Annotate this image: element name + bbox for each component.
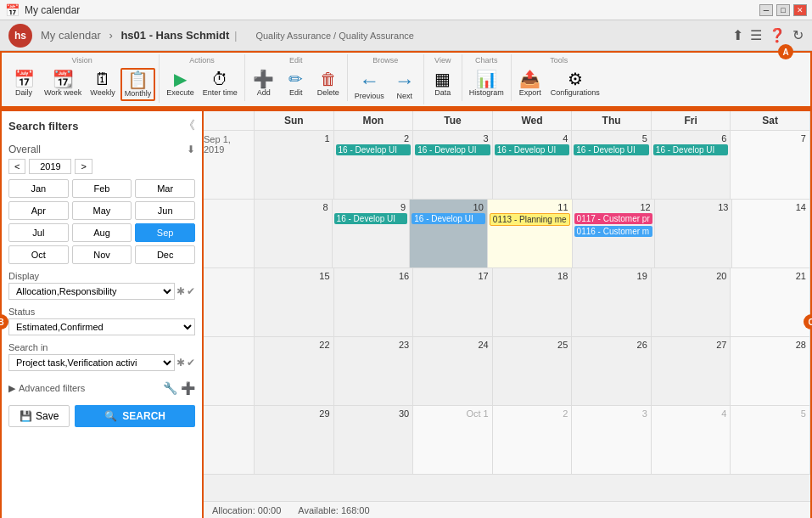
- cal-day-sep2[interactable]: 2 16 - Develop UI: [334, 131, 414, 199]
- cal-day-sep11[interactable]: 11 0113 - Planning me: [488, 200, 573, 267]
- month-oct[interactable]: Oct: [8, 245, 69, 264]
- add-button[interactable]: ➕ Add: [249, 68, 279, 99]
- event-sep11-1[interactable]: 0113 - Planning me: [490, 213, 570, 226]
- event-sep9-1[interactable]: 16 - Develop UI: [334, 213, 408, 224]
- cal-day-sep1[interactable]: 1: [255, 131, 334, 199]
- edit-icon: ✏: [288, 70, 303, 87]
- event-sep6-1[interactable]: 16 - Develop UI: [653, 144, 729, 155]
- execute-button[interactable]: ▶ Execute: [163, 68, 198, 99]
- cal-day-sep21[interactable]: 21: [731, 268, 810, 336]
- advanced-filters-row[interactable]: ▶ Advanced filters 🔧 ➕: [8, 378, 195, 398]
- month-mar[interactable]: Mar: [135, 179, 195, 198]
- cal-day-sep12[interactable]: 12 0117 - Customer pr 0116 - Customer m: [573, 200, 655, 267]
- cal-day-oct1[interactable]: Oct 1: [413, 406, 493, 474]
- event-sep3-1[interactable]: 16 - Develop UI: [415, 144, 490, 155]
- enter-time-button[interactable]: ⏱ Enter time: [199, 68, 241, 99]
- cal-day-sep13[interactable]: 13: [655, 200, 733, 267]
- filter-settings-icon[interactable]: 🔧: [163, 381, 177, 395]
- cal-day-sep30[interactable]: 30: [334, 406, 414, 474]
- event-sep4-1[interactable]: 16 - Develop UI: [495, 144, 570, 155]
- refresh-icon[interactable]: ↻: [792, 27, 804, 43]
- collapse-icon[interactable]: ⬆: [732, 27, 743, 43]
- close-button[interactable]: ✕: [793, 4, 807, 16]
- month-jul[interactable]: Jul: [8, 223, 69, 242]
- month-jan[interactable]: Jan: [8, 179, 69, 198]
- filter-add-icon[interactable]: ➕: [181, 381, 195, 395]
- work-week-button[interactable]: 📆 Work week: [41, 68, 85, 101]
- search-in-select[interactable]: Project task,Verification activi: [8, 354, 175, 371]
- event-sep12-1[interactable]: 0117 - Customer pr: [574, 213, 652, 224]
- cal-day-sep29[interactable]: 29: [255, 406, 334, 474]
- header: hs My calendar › hs01 - Hans Schmidt | Q…: [0, 20, 812, 51]
- event-sep5-1[interactable]: 16 - Develop UI: [574, 144, 649, 155]
- edit-button[interactable]: ✏ Edit: [281, 68, 311, 99]
- cal-day-sep17[interactable]: 17: [413, 268, 493, 336]
- histogram-button[interactable]: 📊 Histogram: [466, 68, 507, 99]
- cal-day-sep4[interactable]: 4 16 - Develop UI: [493, 131, 573, 199]
- cal-day-sep5[interactable]: 5 16 - Develop UI: [572, 131, 652, 199]
- event-sep10-1[interactable]: 16 - Develop UI: [412, 213, 485, 224]
- cal-day-sep18[interactable]: 18: [493, 268, 573, 336]
- cal-day-sep27[interactable]: 27: [652, 337, 731, 405]
- save-button[interactable]: 💾 Save: [8, 405, 70, 427]
- daily-button[interactable]: 📅 Daily: [8, 68, 39, 101]
- next-year-button[interactable]: >: [75, 159, 92, 174]
- previous-button[interactable]: ← Previous: [351, 68, 388, 103]
- data-button[interactable]: ▦ Data: [428, 68, 458, 99]
- display-asterisk-icon[interactable]: ✱: [176, 285, 185, 297]
- maximize-button[interactable]: □: [776, 4, 790, 16]
- cal-day-sep22[interactable]: 22: [255, 337, 334, 405]
- display-select[interactable]: Allocation,Responsibility: [8, 283, 175, 300]
- list-icon[interactable]: ☰: [750, 27, 762, 43]
- next-button[interactable]: → Next: [389, 68, 420, 103]
- delete-button[interactable]: 🗑 Delete: [313, 68, 344, 99]
- cal-day-sep14[interactable]: 14: [732, 200, 810, 267]
- weekly-button[interactable]: 🗓 Weekly: [87, 68, 118, 101]
- search-in-check-icon[interactable]: ✔: [187, 357, 195, 369]
- help-icon[interactable]: ❓: [769, 27, 786, 43]
- display-check-icon[interactable]: ✔: [187, 285, 195, 297]
- search-button[interactable]: 🔍 SEARCH: [75, 405, 195, 427]
- cal-day-sep23[interactable]: 23: [334, 337, 414, 405]
- cal-day-sep3[interactable]: 3 16 - Develop UI: [413, 131, 493, 199]
- cal-day-sep25[interactable]: 25: [493, 337, 573, 405]
- cal-day-sep28[interactable]: 28: [731, 337, 810, 405]
- breadcrumb-item-2[interactable]: hs01 - Hans Schmidt: [120, 29, 229, 42]
- month-feb[interactable]: Feb: [72, 179, 132, 198]
- cal-day-sep26[interactable]: 26: [572, 337, 652, 405]
- cal-day-oct4[interactable]: 4: [652, 406, 731, 474]
- cal-day-sep20[interactable]: 20: [652, 268, 731, 336]
- cal-day-oct2[interactable]: 2: [493, 406, 573, 474]
- search-in-asterisk-icon[interactable]: ✱: [176, 357, 185, 369]
- cal-day-sep8[interactable]: 8: [255, 200, 333, 267]
- cal-day-sep15[interactable]: 15: [255, 268, 334, 336]
- cal-day-sep10[interactable]: 10 16 - Develop UI: [410, 200, 488, 267]
- month-may[interactable]: May: [72, 201, 132, 220]
- month-apr[interactable]: Apr: [8, 201, 69, 220]
- minimize-button[interactable]: ─: [759, 4, 773, 16]
- download-icon[interactable]: ⬇: [187, 144, 195, 155]
- cal-day-sep9[interactable]: 9 16 - Develop UI: [333, 200, 411, 267]
- cal-day-sep24[interactable]: 24: [413, 337, 493, 405]
- cal-day-oct3[interactable]: 3: [572, 406, 652, 474]
- month-jun[interactable]: Jun: [135, 201, 195, 220]
- cal-day-oct5[interactable]: 5: [731, 406, 810, 474]
- cal-day-sep7[interactable]: 7: [731, 131, 810, 199]
- event-sep2-1[interactable]: 16 - Develop UI: [336, 144, 412, 155]
- month-nov[interactable]: Nov: [72, 245, 132, 264]
- month-aug[interactable]: Aug: [72, 223, 132, 242]
- export-button[interactable]: 📤 Export: [515, 68, 546, 99]
- breadcrumb-item-1[interactable]: My calendar: [41, 29, 101, 42]
- cal-day-sep16[interactable]: 16: [334, 268, 414, 336]
- year-input[interactable]: 2019: [29, 159, 71, 174]
- cal-day-sep6[interactable]: 6 16 - Develop UI: [652, 131, 731, 199]
- month-dec[interactable]: Dec: [135, 245, 195, 264]
- sidebar-collapse-button[interactable]: 《: [183, 118, 195, 133]
- event-sep12-2[interactable]: 0116 - Customer m: [574, 226, 652, 237]
- monthly-button[interactable]: 📋 Monthly: [120, 68, 156, 101]
- status-select[interactable]: Estimated,Confirmed: [8, 318, 195, 335]
- month-sep[interactable]: Sep: [135, 223, 195, 242]
- prev-year-button[interactable]: <: [8, 159, 25, 174]
- configurations-button[interactable]: ⚙ Configurations: [547, 68, 603, 99]
- cal-day-sep19[interactable]: 19: [572, 268, 652, 336]
